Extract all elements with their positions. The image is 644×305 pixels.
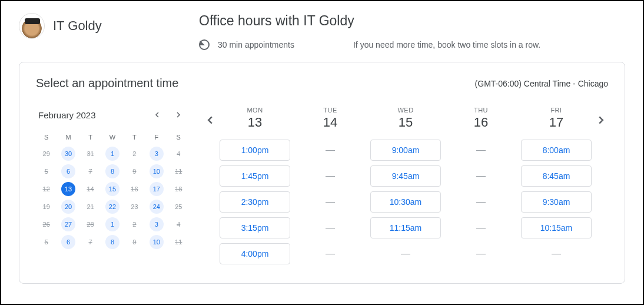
- duration-text: 30 min appointments: [218, 40, 294, 49]
- calendar-day: 7: [80, 163, 101, 180]
- day-number: 14: [323, 115, 337, 130]
- calendar-day[interactable]: 30: [58, 145, 78, 162]
- calendar-day: 7: [80, 234, 101, 250]
- booking-note: If you need more time, book two time slo…: [353, 40, 540, 49]
- calendar-day: 2: [124, 216, 145, 233]
- calendar-day[interactable]: 3: [146, 216, 167, 233]
- calendar-day[interactable]: 3: [146, 145, 167, 162]
- day-of-week: MON: [247, 107, 263, 114]
- calendar-day: 29: [36, 145, 57, 162]
- calendar-day: 2: [124, 145, 145, 162]
- time-slot-button[interactable]: 4:00pm: [220, 243, 290, 264]
- time-slot-empty: —: [521, 243, 592, 264]
- calendar-day[interactable]: 17: [146, 181, 167, 197]
- time-slot-button[interactable]: 9:45am: [370, 165, 441, 187]
- day-column: WED159:00am9:45am10:30am11:15am—: [370, 107, 441, 269]
- day-number: 13: [247, 115, 263, 130]
- calendar-day: 21: [80, 198, 101, 215]
- day-of-week: FRI: [549, 107, 563, 114]
- time-slot-empty: —: [446, 140, 516, 161]
- calendar-day[interactable]: 6: [58, 234, 78, 250]
- calendar-day: 4: [168, 145, 189, 162]
- day-column: MON131:00pm1:45pm2:30pm3:15pm4:00pm: [220, 107, 290, 269]
- avatar: [19, 13, 45, 39]
- chevron-right-icon: [597, 116, 605, 124]
- calendar-day: 4: [168, 216, 189, 233]
- day-number: 15: [397, 115, 413, 130]
- calendar-day[interactable]: 27: [58, 216, 78, 233]
- calendar-dow-header: M: [58, 130, 78, 144]
- week-next-button[interactable]: [592, 107, 610, 124]
- card-title: Select an appointment time: [36, 77, 178, 90]
- time-slot-empty: —: [446, 165, 516, 187]
- day-header: FRI17: [549, 107, 563, 130]
- calendar-day: 16: [124, 181, 145, 197]
- profile-name: IT Goldy: [53, 18, 102, 34]
- day-column: TUE14—————: [295, 107, 366, 269]
- page-title: Office hours with IT Goldy: [199, 13, 625, 29]
- day-column: FRI178:00am8:45am9:30am10:15am—: [521, 107, 592, 269]
- time-slot-empty: —: [295, 217, 366, 238]
- timezone-label: (GMT-06:00) Central Time - Chicago: [475, 79, 608, 88]
- time-slot-button[interactable]: 11:15am: [370, 217, 441, 238]
- day-header: WED15: [397, 107, 413, 130]
- day-header: THU16: [474, 107, 488, 130]
- time-slot-button[interactable]: 8:00am: [521, 140, 592, 161]
- day-of-week: TUE: [323, 107, 337, 114]
- calendar-day: 11: [168, 234, 189, 250]
- time-slot-button[interactable]: 10:30am: [370, 191, 441, 213]
- time-slot-button[interactable]: 3:15pm: [220, 217, 290, 238]
- day-number: 17: [549, 115, 563, 130]
- day-header: MON13: [247, 107, 263, 130]
- calendar-day[interactable]: 24: [146, 198, 167, 215]
- calendar-day: 28: [80, 216, 101, 233]
- time-slot-empty: —: [295, 165, 366, 187]
- calendar-day: 9: [124, 234, 145, 250]
- calendar-day[interactable]: 6: [58, 163, 78, 180]
- calendar-next-button[interactable]: [170, 107, 187, 123]
- day-number: 16: [474, 115, 488, 130]
- calendar-day[interactable]: 10: [146, 234, 167, 250]
- time-slot-button[interactable]: 10:15am: [521, 217, 592, 238]
- day-header: TUE14: [323, 107, 337, 130]
- calendar-day: 26: [36, 216, 57, 233]
- calendar-prev-button[interactable]: [149, 107, 165, 123]
- duration-icon: [199, 39, 210, 50]
- calendar-dow-header: F: [146, 130, 167, 144]
- calendar-day: 23: [124, 198, 145, 215]
- mini-calendar: February 2023 SMTWTFS2930311234567891011…: [36, 107, 189, 269]
- calendar-day[interactable]: 13: [58, 181, 78, 197]
- calendar-day[interactable]: 15: [102, 181, 122, 197]
- time-slot-button[interactable]: 8:45am: [521, 165, 592, 187]
- calendar-day[interactable]: 22: [102, 198, 122, 215]
- chevron-right-icon: [175, 112, 181, 118]
- calendar-day[interactable]: 1: [102, 216, 122, 233]
- calendar-day[interactable]: 8: [102, 163, 122, 180]
- calendar-dow-header: T: [80, 130, 101, 144]
- week-prev-button[interactable]: [201, 107, 220, 124]
- calendar-day: 12: [36, 181, 57, 197]
- calendar-day[interactable]: 8: [102, 234, 122, 250]
- calendar-day: 14: [80, 181, 101, 197]
- time-slot-button[interactable]: 1:00pm: [220, 140, 290, 161]
- calendar-day: 5: [36, 234, 57, 250]
- calendar-day[interactable]: 20: [58, 198, 78, 215]
- time-slot-button[interactable]: 9:00am: [370, 140, 441, 161]
- calendar-dow-header: S: [36, 130, 57, 144]
- calendar-day[interactable]: 1: [102, 145, 122, 162]
- day-of-week: THU: [474, 107, 488, 114]
- calendar-day: 25: [168, 198, 189, 215]
- calendar-day: 19: [36, 198, 57, 215]
- day-column: THU16—————: [446, 107, 516, 269]
- time-slot-empty: —: [295, 243, 366, 264]
- calendar-dow-header: S: [168, 130, 189, 144]
- time-slot-empty: —: [446, 217, 516, 238]
- time-slot-button[interactable]: 9:30am: [521, 191, 592, 213]
- chevron-left-icon: [154, 112, 160, 118]
- calendar-day: 5: [36, 163, 57, 180]
- time-slot-button[interactable]: 2:30pm: [220, 191, 290, 213]
- calendar-day[interactable]: 10: [146, 163, 167, 180]
- day-of-week: WED: [397, 107, 413, 114]
- time-slot-button[interactable]: 1:45pm: [220, 165, 290, 187]
- calendar-month: February 2023: [38, 110, 96, 120]
